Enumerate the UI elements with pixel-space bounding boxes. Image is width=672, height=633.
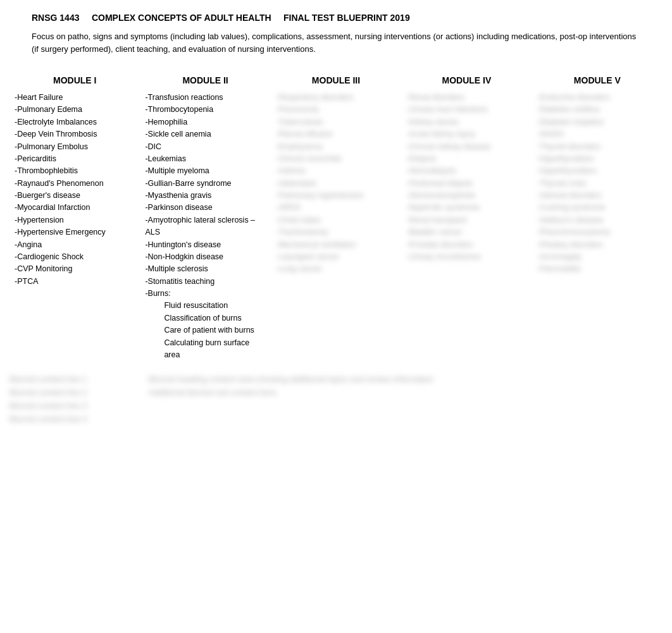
list-item: -Deep Vein Thrombosis [15, 128, 135, 140]
list-item: -Electrolyte Imbalances [15, 116, 135, 128]
course-code: RNSG 1443 [32, 13, 79, 23]
list-item: -DIC [145, 141, 265, 153]
list-item: -Hypertension [15, 214, 135, 226]
list-item: -Stomatitis teaching [145, 276, 265, 288]
course-label: COMPLEX CONCEPTS OF ADULT HEALTH [92, 13, 271, 23]
list-item: -Multiple myeloma [145, 165, 265, 177]
description-text: Focus on patho, signs and symptoms (incl… [32, 30, 640, 55]
list-item: Classification of burns [164, 312, 265, 324]
list-item: -CVP Monitoring [15, 263, 135, 275]
list-item: -Pulmonary Edema [15, 104, 135, 116]
list-item: -Pulmonary Embolus [15, 141, 135, 153]
list-item: Calculating burn surface area [164, 337, 265, 362]
list-item: -Sickle cell anemia [145, 128, 265, 140]
module3-content: -Respiratory disorders -Pneumonia -Tuber… [271, 89, 401, 364]
list-item: -Huntington's disease [145, 239, 265, 251]
module4-header: MODULE IV [401, 71, 532, 89]
header-section: RNSG 1443 COMPLEX CONCEPTS OF ADULT HEAL… [0, 0, 672, 71]
module2-header: MODULE II [140, 71, 270, 89]
module2-content: -Transfusion reactions -Thrombocytopenia… [140, 89, 270, 364]
list-item: -Multiple sclerosis [145, 263, 265, 275]
list-item: -Parkinson disease [145, 202, 265, 214]
modules-table: MODULE I MODULE II MODULE III MODULE IV … [9, 71, 663, 364]
list-item: -Non-Hodgkin disease [145, 251, 265, 263]
list-item-burns: -Burns: [145, 288, 265, 300]
module1-content: -Heart Failure -Pulmonary Edema -Electro… [9, 89, 140, 364]
module5-header: MODULE V [532, 71, 663, 89]
list-item: -PTCA [15, 276, 135, 288]
list-item: -Thrombocytopenia [145, 104, 265, 116]
burns-sub-items: Fluid resuscitation Classification of bu… [145, 300, 265, 361]
footer-col2: Blurred heading content area showing add… [149, 373, 663, 426]
list-item: -Gullian-Barre syndrome [145, 178, 265, 190]
list-item: -Hemophilia [145, 116, 265, 128]
list-item: -Hypertensive Emergency [15, 226, 135, 238]
list-item: -Pericarditis [15, 153, 135, 165]
list-item: -Thrombophlebitis [15, 165, 135, 177]
module3-header: MODULE III [271, 71, 401, 89]
list-item: -Heart Failure [15, 92, 135, 104]
test-label: FINAL TEST BLUEPRINT 2019 [283, 13, 410, 23]
list-item: -Angina [15, 239, 135, 251]
page-title: RNSG 1443 COMPLEX CONCEPTS OF ADULT HEAL… [32, 13, 640, 23]
footer-col1: Blurred content line 1 Blurred content l… [9, 373, 136, 426]
list-item: Fluid resuscitation [164, 300, 265, 312]
list-item-myocardial: -Myocardial Infarction [15, 202, 135, 214]
modules-table-container: MODULE I MODULE II MODULE III MODULE IV … [0, 71, 672, 364]
module5-content: -Endocrine disorders -Diabetes mellitus … [532, 89, 663, 364]
module4-content: -Renal disorders -Urinary tract infectio… [401, 89, 532, 364]
footer-section: Blurred content line 1 Blurred content l… [0, 367, 672, 432]
list-item: -Amyotrophic lateral sclerosis – ALS [145, 214, 265, 239]
list-item: -Raynaud's Phenomenon [15, 178, 135, 190]
list-item: -Cardiogenic Shock [15, 251, 135, 263]
list-item: -Buerger's disease [15, 190, 135, 202]
list-item: -Leukemias [145, 153, 265, 165]
list-item: -Transfusion reactions [145, 92, 265, 104]
list-item-care-of-patient: Care of patient with burns [164, 324, 265, 336]
list-item: -Myasthenia gravis [145, 190, 265, 202]
module1-header: MODULE I [9, 71, 140, 89]
